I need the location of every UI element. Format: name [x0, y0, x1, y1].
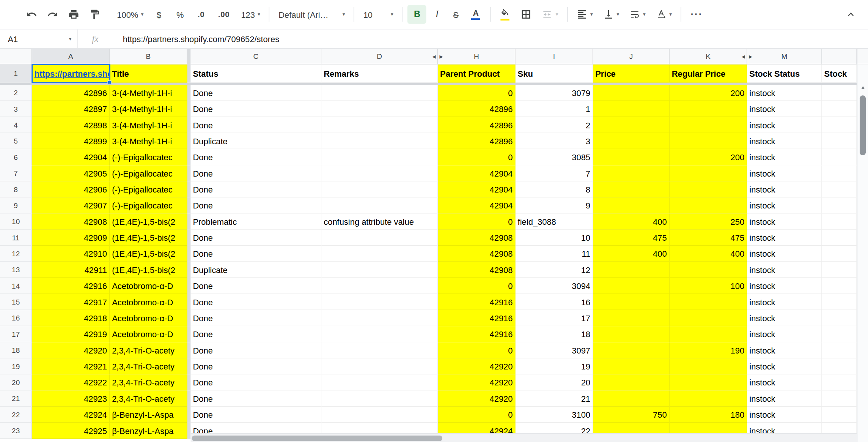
text-color-button[interactable]: A [465, 5, 487, 25]
cell-J11[interactable]: 475 [593, 230, 670, 246]
cell-B6[interactable]: (-)-Epigallocatec [110, 149, 187, 165]
cell-D21[interactable] [321, 391, 438, 407]
row-header-11[interactable]: 11 [0, 230, 32, 246]
cell-J17[interactable] [593, 326, 670, 342]
cell-C20[interactable]: Done [191, 374, 322, 390]
cell-A15[interactable]: 42917 [32, 294, 110, 310]
cell-C19[interactable]: Done [191, 358, 322, 374]
column-header-M[interactable]: M▶ [747, 49, 822, 65]
strikethrough-button[interactable]: S [447, 5, 465, 25]
cell-I10[interactable]: field_3088 [516, 214, 593, 230]
cell-I9[interactable]: 9 [516, 197, 593, 213]
cell-H13[interactable]: 42908 [438, 262, 516, 278]
cell-K15[interactable] [670, 294, 747, 310]
cell-C14[interactable]: Done [191, 278, 322, 294]
cell-H20[interactable]: 42920 [438, 374, 516, 390]
cell-B13[interactable]: (1E,4E)-1,5-bis(2 [110, 262, 187, 278]
row-header-9[interactable]: 9 [0, 197, 32, 213]
cell-A11[interactable]: 42909 [32, 230, 110, 246]
cell-M2[interactable]: instock [747, 85, 822, 101]
cell-M11[interactable]: instock [747, 230, 822, 246]
cell-C16[interactable]: Done [191, 310, 322, 326]
bold-button[interactable]: B [408, 5, 427, 24]
unhide-columns-icon[interactable]: ◀ [742, 54, 745, 59]
cell-A9[interactable]: 42907 [32, 197, 110, 213]
cell-H7[interactable]: 42904 [438, 165, 516, 181]
cell-K20[interactable] [670, 374, 747, 390]
cell-H4[interactable]: 42896 [438, 117, 516, 133]
italic-button[interactable]: I [428, 5, 447, 25]
cell-N1[interactable]: Stock [822, 64, 857, 82]
cell-A2[interactable]: 42896 [32, 85, 110, 101]
cell-A6[interactable]: 42904 [32, 149, 110, 165]
cell-D15[interactable] [321, 294, 438, 310]
cell-J14[interactable] [593, 278, 670, 294]
cell-H19[interactable]: 42920 [438, 358, 516, 374]
cell-B16[interactable]: Acetobromo-α-D [110, 310, 187, 326]
redo-button[interactable] [42, 5, 63, 25]
cell-I13[interactable]: 12 [516, 262, 593, 278]
cell-C4[interactable]: Done [191, 117, 322, 133]
unhide-columns-icon[interactable]: ◀ [432, 54, 436, 59]
cell-N3[interactable] [822, 101, 857, 117]
cell-D8[interactable] [321, 182, 438, 197]
column-header-I[interactable]: I [516, 49, 593, 65]
cell-C3[interactable]: Done [191, 101, 322, 117]
cell-link[interactable]: https://partners.shopify.com/709652/stor… [35, 68, 110, 78]
cell-N13[interactable] [822, 262, 857, 278]
cell-H17[interactable]: 42916 [438, 326, 516, 342]
fill-color-button[interactable] [495, 5, 516, 25]
cell-H16[interactable]: 42916 [438, 310, 516, 326]
cell-B11[interactable]: (1E,4E)-1,5-bis(2 [110, 230, 187, 246]
cell-A16[interactable]: 42918 [32, 310, 110, 326]
cell-K6[interactable]: 200 [670, 149, 747, 165]
cell-D17[interactable] [321, 326, 438, 342]
row-header-22[interactable]: 22 [0, 407, 32, 423]
cell-J20[interactable] [593, 374, 670, 390]
cell-B3[interactable]: 3-(4-Methyl-1H-i [110, 101, 187, 117]
cell-D9[interactable] [321, 197, 438, 213]
borders-button[interactable] [516, 5, 537, 25]
cell-D16[interactable] [321, 310, 438, 326]
cell-I21[interactable]: 21 [516, 391, 593, 407]
cell-D18[interactable] [321, 342, 438, 358]
cell-K12[interactable]: 400 [670, 246, 747, 262]
cell-K18[interactable]: 190 [670, 342, 747, 358]
cell-M17[interactable]: instock [747, 326, 822, 342]
cell-K5[interactable] [670, 133, 747, 149]
name-box[interactable]: A1 ▾ [0, 29, 78, 48]
cell-I16[interactable]: 17 [516, 310, 593, 326]
cell-A20[interactable]: 42922 [32, 374, 110, 390]
cell-B14[interactable]: Acetobromo-α-D [110, 278, 187, 294]
cell-A3[interactable]: 42897 [32, 101, 110, 117]
cell-I6[interactable]: 3085 [516, 149, 593, 165]
cell-C9[interactable]: Done [191, 197, 322, 213]
cell-A23[interactable]: 42925 [32, 423, 110, 439]
cell-N9[interactable] [822, 197, 857, 213]
number-format-select[interactable]: 123 ▾ [236, 5, 265, 25]
cell-H10[interactable]: 0 [438, 214, 516, 230]
cell-M10[interactable]: instock [747, 214, 822, 230]
row-header-16[interactable]: 16 [0, 310, 32, 326]
cell-K7[interactable] [670, 165, 747, 181]
cell-H1[interactable]: Parent Product [438, 64, 516, 82]
cell-H18[interactable]: 0 [438, 342, 516, 358]
cell-H8[interactable]: 42904 [438, 182, 516, 197]
cell-A5[interactable]: 42899 [32, 133, 110, 149]
cell-J2[interactable] [593, 85, 670, 101]
cell-B22[interactable]: β-Benzyl-L-Aspa [110, 407, 187, 423]
cell-J12[interactable]: 400 [593, 246, 670, 262]
cell-C8[interactable]: Done [191, 182, 322, 197]
cell-M6[interactable]: instock [747, 149, 822, 165]
cell-N6[interactable] [822, 149, 857, 165]
cell-N12[interactable] [822, 246, 857, 262]
cell-A8[interactable]: 42906 [32, 182, 110, 197]
text-rotation-select[interactable]: ▾ [651, 5, 677, 25]
cell-A10[interactable]: 42908 [32, 214, 110, 230]
cell-D11[interactable] [321, 230, 438, 246]
cell-N7[interactable] [822, 165, 857, 181]
cell-A21[interactable]: 42923 [32, 391, 110, 407]
cell-B9[interactable]: (-)-Epigallocatec [110, 197, 187, 213]
cell-J15[interactable] [593, 294, 670, 310]
cell-J21[interactable] [593, 391, 670, 407]
